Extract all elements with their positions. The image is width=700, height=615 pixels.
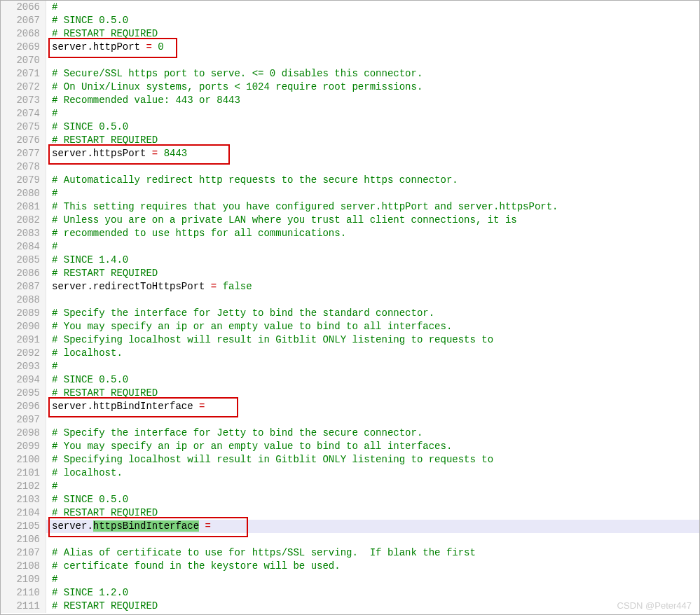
code-line[interactable]: 2086# RESTART REQUIRED: [1, 267, 699, 280]
line-content[interactable]: # Specifying localhost will result in Gi…: [46, 453, 699, 467]
code-line[interactable]: 2073# Recommended value: 443 or 8443: [1, 94, 699, 107]
code-line[interactable]: 2105server.httpsBindInterface =: [1, 520, 699, 533]
line-content[interactable]: # RESTART REQUIRED: [46, 387, 699, 400]
line-content[interactable]: # RESTART REQUIRED: [46, 267, 699, 280]
code-line[interactable]: 2110# SINCE 1.2.0: [1, 586, 699, 600]
code-line[interactable]: 2068# RESTART REQUIRED: [1, 27, 699, 41]
line-content[interactable]: # Specify the interface for Jetty to bin…: [46, 427, 699, 440]
code-line[interactable]: 2079# Automatically redirect http reques…: [1, 174, 699, 187]
comment-text: # Specify the interface for Jetty to bin…: [52, 308, 434, 319]
code-line[interactable]: 2108# certificate found in the keystore …: [1, 560, 699, 573]
code-line[interactable]: 2096server.httpBindInterface =: [1, 400, 699, 413]
code-line[interactable]: 2084#: [1, 240, 699, 254]
comment-text: #: [52, 574, 57, 585]
code-line[interactable]: 2069server.httpPort = 0: [1, 41, 699, 54]
line-content[interactable]: # RESTART REQUIRED: [46, 27, 699, 41]
line-content[interactable]: # Recommended value: 443 or 8443: [46, 94, 699, 107]
code-line[interactable]: 2071# Secure/SSL https port to serve. <=…: [1, 67, 699, 81]
line-content[interactable]: #: [46, 240, 699, 254]
code-line[interactable]: 2077server.httpsPort = 8443: [1, 147, 699, 160]
line-content[interactable]: # certificate found in the keystore will…: [46, 560, 699, 573]
line-content[interactable]: # Specify the interface for Jetty to bin…: [46, 307, 699, 320]
code-line[interactable]: 2067# SINCE 0.5.0: [1, 14, 699, 27]
line-content[interactable]: # SINCE 1.4.0: [46, 254, 699, 267]
code-line[interactable]: 2099# You may specify an ip or an empty …: [1, 440, 699, 453]
code-line[interactable]: 2080#: [1, 187, 699, 200]
code-line[interactable]: 2111# RESTART REQUIRED: [1, 600, 699, 613]
line-content[interactable]: # This setting requires that you have co…: [46, 200, 699, 214]
code-line[interactable]: 2082# Unless you are on a private LAN wh…: [1, 214, 699, 227]
line-content[interactable]: # You may specify an ip or an empty valu…: [46, 440, 699, 453]
line-content[interactable]: # You may specify an ip or an empty valu…: [46, 320, 699, 333]
line-content[interactable]: [46, 533, 699, 546]
code-line[interactable]: 2075# SINCE 0.5.0: [1, 120, 699, 134]
code-line[interactable]: 2076# RESTART REQUIRED: [1, 134, 699, 147]
code-line[interactable]: 2095# RESTART REQUIRED: [1, 387, 699, 400]
property-key: server.httpBindInterface: [52, 401, 193, 412]
code-line[interactable]: 2091# Specifying localhost will result i…: [1, 333, 699, 347]
line-content[interactable]: # SINCE 1.2.0: [46, 586, 699, 600]
code-line[interactable]: 2092# localhost.: [1, 347, 699, 360]
code-line[interactable]: 2088: [1, 293, 699, 307]
line-content[interactable]: server.httpBindInterface =: [46, 400, 699, 413]
line-content[interactable]: server.httpsBindInterface =: [46, 520, 699, 533]
code-line[interactable]: 2066#: [1, 1, 699, 14]
line-content[interactable]: [46, 160, 699, 174]
line-content[interactable]: #: [46, 480, 699, 493]
code-line[interactable]: 2074#: [1, 107, 699, 120]
line-content[interactable]: # Alias of certificate to use for https/…: [46, 546, 699, 560]
code-line[interactable]: 2083# recommended to use https for all c…: [1, 227, 699, 240]
line-content[interactable]: #: [46, 1, 699, 14]
line-content[interactable]: # SINCE 0.5.0: [46, 14, 699, 27]
comment-text: # Automatically redirect http requests t…: [52, 174, 458, 186]
code-line[interactable]: 2087server.redirectToHttpsPort = false: [1, 280, 699, 293]
line-content[interactable]: # recommended to use https for all commu…: [46, 227, 699, 240]
line-content[interactable]: # RESTART REQUIRED: [46, 134, 699, 147]
line-content[interactable]: [46, 413, 699, 427]
line-content[interactable]: # Specifying localhost will result in Gi…: [46, 333, 699, 347]
code-line[interactable]: 2109#: [1, 573, 699, 586]
code-line[interactable]: 2104# RESTART REQUIRED: [1, 506, 699, 520]
line-content[interactable]: # RESTART REQUIRED: [46, 600, 699, 613]
comment-text: # SINCE 0.5.0: [52, 121, 128, 132]
line-content[interactable]: # On Unix/Linux systems, ports < 1024 re…: [46, 81, 699, 94]
line-content[interactable]: # localhost.: [46, 467, 699, 480]
code-line[interactable]: 2085# SINCE 1.4.0: [1, 254, 699, 267]
line-content[interactable]: # SINCE 0.5.0: [46, 120, 699, 134]
code-line[interactable]: 2097: [1, 413, 699, 427]
code-line[interactable]: 2081# This setting requires that you hav…: [1, 200, 699, 214]
code-line[interactable]: 2070: [1, 54, 699, 67]
line-content[interactable]: #: [46, 360, 699, 373]
line-content[interactable]: # Automatically redirect http requests t…: [46, 174, 699, 187]
line-content[interactable]: # SINCE 0.5.0: [46, 373, 699, 387]
code-line[interactable]: 2093#: [1, 360, 699, 373]
line-content[interactable]: # RESTART REQUIRED: [46, 506, 699, 520]
line-content[interactable]: server.httpsPort = 8443: [46, 147, 699, 160]
line-content[interactable]: [46, 54, 699, 67]
code-line[interactable]: 2098# Specify the interface for Jetty to…: [1, 427, 699, 440]
code-line[interactable]: 2078: [1, 160, 699, 174]
line-content[interactable]: # SINCE 0.5.0: [46, 493, 699, 506]
code-line[interactable]: 2101# localhost.: [1, 467, 699, 480]
code-line[interactable]: 2089# Specify the interface for Jetty to…: [1, 307, 699, 320]
line-content[interactable]: # localhost.: [46, 347, 699, 360]
line-content[interactable]: # Unless you are on a private LAN where …: [46, 214, 699, 227]
code-line[interactable]: 2103# SINCE 0.5.0: [1, 493, 699, 506]
code-editor[interactable]: 2066#2067# SINCE 0.5.02068# RESTART REQU…: [0, 0, 700, 615]
line-content[interactable]: #: [46, 187, 699, 200]
code-line[interactable]: 2100# Specifying localhost will result i…: [1, 453, 699, 467]
code-line[interactable]: 2094# SINCE 0.5.0: [1, 373, 699, 387]
line-content[interactable]: server.httpPort = 0: [46, 41, 699, 54]
code-line[interactable]: 2102#: [1, 480, 699, 493]
code-line[interactable]: 2072# On Unix/Linux systems, ports < 102…: [1, 81, 699, 94]
code-line[interactable]: 2106: [1, 533, 699, 546]
line-content[interactable]: # Secure/SSL https port to serve. <= 0 d…: [46, 67, 699, 81]
code-line[interactable]: 2107# Alias of certificate to use for ht…: [1, 546, 699, 560]
line-content[interactable]: [46, 293, 699, 307]
line-number: 2072: [1, 81, 46, 94]
line-number: 2081: [1, 200, 46, 214]
line-content[interactable]: server.redirectToHttpsPort = false: [46, 280, 699, 293]
line-content[interactable]: #: [46, 107, 699, 120]
line-content[interactable]: #: [46, 573, 699, 586]
code-line[interactable]: 2090# You may specify an ip or an empty …: [1, 320, 699, 333]
